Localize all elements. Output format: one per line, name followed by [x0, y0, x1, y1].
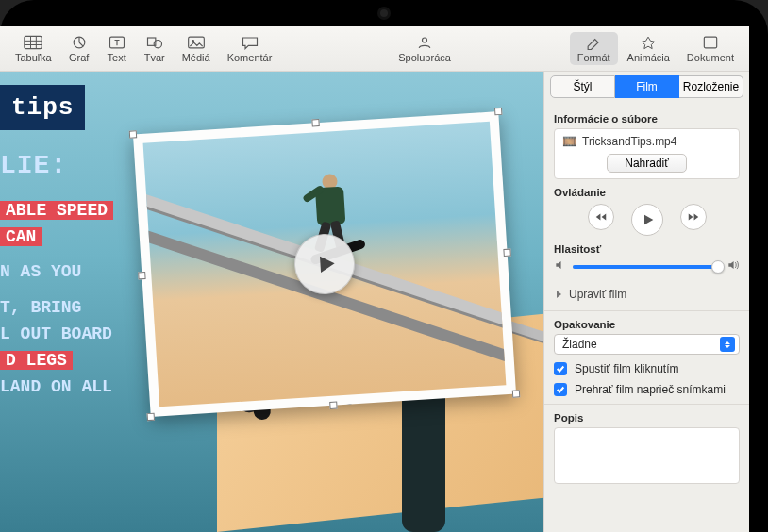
toolbar-chart-label: Graf	[69, 52, 89, 63]
svg-point-7	[423, 38, 427, 42]
toolbar-document-label: Dokument	[687, 52, 734, 63]
toolbar-chart-button[interactable]: Graf	[61, 32, 97, 65]
slide-tag: tips	[0, 85, 85, 130]
toolbar: Tabuľka Graf Text Tvar Médiá Komentár	[0, 26, 749, 72]
description-title: Popis	[554, 412, 740, 424]
toolbar-text-label: Text	[108, 52, 126, 63]
table-icon	[23, 34, 43, 51]
movie-file-icon: 🎞️	[562, 135, 576, 148]
play-icon	[313, 251, 340, 277]
media-icon	[186, 34, 207, 51]
toolbar-text-button[interactable]: Text	[99, 32, 135, 65]
slide-canvas[interactable]: tips LIE: ABLE SPEED CAN N AS YOU T, BRI…	[0, 72, 543, 532]
toolbar-table-button[interactable]: Tabuľka	[8, 32, 59, 65]
toolbar-collaborate-button[interactable]: Spolupráca	[391, 32, 459, 65]
toolbar-collaborate-label: Spolupráca	[398, 52, 451, 63]
play-icon	[641, 212, 656, 227]
volume-title: Hlasitosť	[554, 243, 740, 255]
toolbar-animate-button[interactable]: Animácia	[620, 32, 677, 65]
volume-slider[interactable]	[573, 265, 721, 269]
toolbar-comment-label: Komentár	[227, 52, 273, 63]
rewind-icon	[594, 210, 608, 224]
toolbar-animate-label: Animácia	[627, 52, 670, 63]
play-button[interactable]	[631, 204, 663, 236]
toolbar-table-label: Tabuľka	[15, 52, 52, 63]
toolbar-shape-label: Tvar	[144, 52, 165, 63]
resize-handle[interactable]	[311, 119, 319, 126]
resize-handle[interactable]	[147, 413, 155, 421]
play-across-slides-checkbox[interactable]: Prehrať film naprieč snímkami	[554, 383, 740, 396]
document-icon	[700, 34, 721, 51]
stepper-chevron-icon	[720, 337, 735, 352]
file-info-box: 🎞️ TricksandTips.mp4 Nahradiť	[554, 128, 740, 179]
start-on-click-checkbox[interactable]: Spustiť film kliknutím	[554, 362, 740, 375]
video-object[interactable]	[133, 111, 516, 417]
file-name: TricksandTips.mp4	[582, 135, 676, 148]
svg-rect-0	[25, 36, 42, 48]
toolbar-shape-button[interactable]: Tvar	[137, 32, 173, 65]
edit-movie-disclosure[interactable]: Upraviť film	[554, 284, 740, 305]
format-icon	[583, 34, 604, 51]
slide-line-3c: D LEGS	[0, 351, 73, 370]
resize-handle[interactable]	[512, 390, 520, 397]
laptop-camera	[380, 9, 388, 17]
controls-title: Ovládanie	[554, 187, 740, 198]
svg-point-6	[192, 40, 194, 42]
checkbox-checked-icon	[554, 362, 567, 375]
checkbox-checked-icon	[554, 383, 567, 396]
inspector-tabs: Štýl Film Rozloženie	[550, 75, 743, 98]
repeat-select[interactable]: Žiadne	[554, 334, 740, 355]
rewind-button[interactable]	[588, 204, 614, 230]
repeat-value: Žiadne	[562, 338, 597, 351]
format-inspector: Štýl Film Rozloženie Informácie o súbore…	[543, 72, 749, 532]
toolbar-media-button[interactable]: Médiá	[175, 32, 218, 65]
chart-icon	[69, 34, 90, 51]
start-on-click-label: Spustiť film kliknutím	[575, 362, 679, 375]
toolbar-format-label: Formát	[577, 52, 610, 63]
tab-arrange[interactable]: Rozloženie	[679, 75, 743, 98]
resize-handle[interactable]	[494, 108, 502, 115]
tab-film[interactable]: Film	[615, 75, 679, 98]
shape-icon	[144, 34, 165, 51]
comment-icon	[240, 34, 260, 51]
speaker-high-icon	[726, 258, 740, 274]
forward-icon	[687, 210, 700, 224]
toolbar-media-label: Médiá	[182, 52, 210, 63]
slide-line-1a: ABLE SPEED	[0, 201, 113, 220]
svg-rect-8	[704, 37, 716, 48]
forward-button[interactable]	[680, 204, 707, 230]
animate-icon	[638, 34, 659, 51]
resize-handle[interactable]	[138, 272, 145, 279]
collaborate-icon	[414, 34, 435, 51]
resize-handle[interactable]	[329, 401, 337, 408]
play-across-label: Prehrať film naprieč snímkami	[575, 383, 726, 396]
text-icon	[107, 34, 127, 51]
tab-style[interactable]: Štýl	[550, 75, 615, 98]
replace-button[interactable]: Nahradiť	[607, 154, 687, 173]
edit-movie-label: Upraviť film	[569, 288, 626, 301]
file-info-title: Informácie o súbore	[554, 113, 740, 125]
slide-line-1b: CAN	[0, 227, 42, 246]
resize-handle[interactable]	[129, 130, 137, 138]
chevron-right-icon	[554, 290, 563, 299]
toolbar-format-button[interactable]: Formát	[570, 32, 618, 65]
toolbar-document-button[interactable]: Dokument	[679, 32, 742, 65]
repeat-title: Opakovanie	[554, 319, 740, 330]
toolbar-comment-button[interactable]: Komentár	[220, 32, 280, 65]
description-textarea[interactable]	[554, 427, 740, 484]
app-window: Tabuľka Graf Text Tvar Médiá Komentár	[0, 26, 749, 532]
resize-handle[interactable]	[503, 249, 510, 257]
speaker-low-icon	[554, 258, 567, 274]
